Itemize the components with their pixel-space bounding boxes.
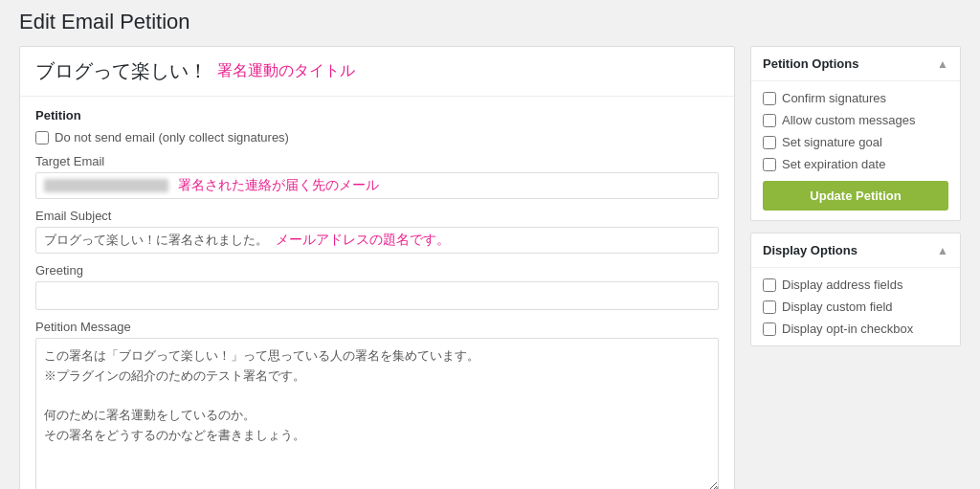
petition-title-bar: ブログって楽しい！ 署名運動のタイトル	[20, 47, 734, 97]
no-email-row: Do not send email (only collect signatur…	[35, 130, 719, 144]
confirm-signatures-row: Confirm signatures	[763, 91, 948, 105]
signature-goal-row: Set signature goal	[763, 135, 948, 149]
petition-message-label: Petition Message	[35, 320, 719, 334]
target-email-annotation: 署名された連絡が届く先のメール	[178, 177, 379, 194]
greeting-field: Greeting	[35, 263, 719, 310]
display-custom-label: Display custom field	[782, 300, 893, 314]
expiration-date-checkbox[interactable]	[763, 158, 776, 171]
expiration-date-label: Set expiration date	[782, 157, 885, 171]
target-email-label: Target Email	[35, 154, 719, 168]
no-email-label: Do not send email (only collect signatur…	[55, 130, 289, 144]
target-email-blurred	[44, 179, 168, 192]
form-section: Petition Do not send email (only collect…	[20, 97, 734, 489]
petition-options-arrow: ▲	[937, 57, 948, 71]
petition-title-annotation: 署名運動のタイトル	[217, 61, 355, 81]
petition-message-textarea[interactable]	[35, 338, 719, 489]
display-address-label: Display address fields	[782, 278, 902, 292]
display-custom-checkbox[interactable]	[763, 300, 776, 314]
display-options-arrow: ▲	[937, 244, 948, 257]
confirm-signatures-label: Confirm signatures	[782, 91, 886, 105]
expiration-date-row: Set expiration date	[763, 157, 948, 171]
display-address-checkbox[interactable]	[763, 278, 776, 292]
petition-title-ja: ブログって楽しい！	[35, 58, 208, 84]
target-email-field: Target Email 署名された連絡が届く先のメール	[35, 154, 719, 199]
display-options-box: Display Options ▲ Display address fields…	[750, 233, 961, 346]
confirm-signatures-checkbox[interactable]	[763, 92, 776, 105]
main-panel: ブログって楽しい！ 署名運動のタイトル Petition Do not send…	[19, 46, 735, 489]
page-title: Edit Email Petition	[19, 10, 961, 34]
display-optin-label: Display opt-in checkbox	[782, 322, 913, 336]
greeting-label: Greeting	[35, 263, 719, 278]
allow-custom-row: Allow custom messages	[763, 113, 948, 127]
email-subject-field: Email Subject ブログって楽しい！に署名されました。 メールアドレス…	[35, 209, 719, 254]
target-email-input-wrapper[interactable]: 署名された連絡が届く先のメール	[35, 172, 719, 199]
petition-message-field: Petition Message ◢	[35, 320, 719, 489]
greeting-input[interactable]	[35, 281, 719, 310]
petition-options-content: Confirm signatures Allow custom messages…	[751, 81, 960, 220]
petition-section-label: Petition	[35, 108, 719, 122]
display-custom-row: Display custom field	[763, 300, 948, 314]
email-subject-text: ブログって楽しい！に署名されました。	[44, 232, 268, 249]
display-options-title: Display Options	[763, 243, 858, 257]
petition-options-title: Petition Options	[763, 56, 858, 71]
display-address-row: Display address fields	[763, 278, 948, 292]
email-subject-input-wrapper[interactable]: ブログって楽しい！に署名されました。 メールアドレスの題名です。	[35, 227, 719, 254]
petition-options-header: Petition Options ▲	[751, 47, 960, 81]
signature-goal-checkbox[interactable]	[763, 136, 776, 149]
email-subject-annotation: メールアドレスの題名です。	[276, 232, 450, 249]
allow-custom-label: Allow custom messages	[782, 113, 915, 127]
petition-options-box: Petition Options ▲ Confirm signatures Al…	[750, 46, 961, 221]
sidebar: Petition Options ▲ Confirm signatures Al…	[750, 46, 961, 358]
display-options-content: Display address fields Display custom fi…	[751, 268, 960, 345]
textarea-wrapper: ◢	[35, 338, 719, 489]
email-subject-label: Email Subject	[35, 209, 719, 223]
display-optin-row: Display opt-in checkbox	[763, 322, 948, 336]
signature-goal-label: Set signature goal	[782, 135, 882, 149]
display-options-header: Display Options ▲	[751, 233, 960, 268]
no-email-checkbox[interactable]	[35, 131, 49, 144]
resize-handle: ◢	[707, 482, 719, 489]
update-petition-button[interactable]: Update Petition	[763, 181, 948, 211]
display-optin-checkbox[interactable]	[763, 322, 776, 336]
allow-custom-checkbox[interactable]	[763, 114, 776, 127]
